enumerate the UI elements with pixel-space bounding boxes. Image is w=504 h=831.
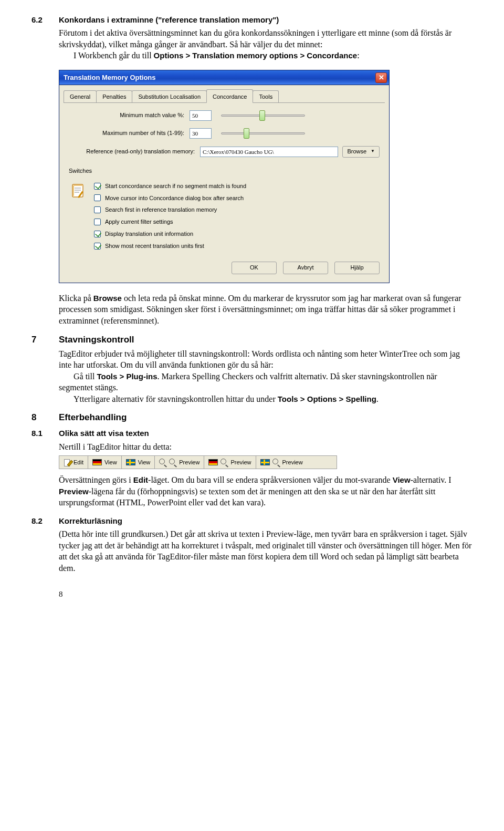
checkbox[interactable] bbox=[94, 219, 101, 225]
help-button[interactable]: Hjälp bbox=[334, 262, 380, 274]
te-tab-preview-both[interactable]: Preview bbox=[155, 456, 204, 469]
dialog-title: Translation Memory Options bbox=[64, 73, 156, 82]
switches-title: Switches bbox=[69, 167, 380, 175]
text: -alternativ. I bbox=[411, 475, 452, 484]
max-hits-label: Maximum number of hits (1-99): bbox=[69, 129, 184, 137]
switch-row: Apply current filter settings bbox=[94, 218, 246, 226]
te-tab-label: View bbox=[104, 459, 117, 466]
menu-path: Tools > Plug-ins bbox=[97, 372, 157, 381]
browse-label: Browse bbox=[347, 148, 366, 155]
paragraph: Gå till Tools > Plug-ins. Markera Spelli… bbox=[59, 371, 472, 393]
after-toolbar-text: Översättningen görs i Edit-läget. Om du … bbox=[59, 474, 472, 508]
menu-path: Options > Translation memory options > C… bbox=[154, 51, 358, 60]
browse-button[interactable]: Browse ▼ bbox=[342, 146, 380, 158]
heading-title: Olika sätt att visa texten bbox=[59, 428, 149, 439]
page-number: 8 bbox=[59, 589, 472, 599]
tageditor-bottom-toolbar: Edit View View Preview Preview Preview bbox=[59, 455, 337, 469]
te-tab-preview-source[interactable]: Preview bbox=[204, 456, 256, 469]
ui-term: Preview bbox=[59, 487, 89, 496]
tab-tools[interactable]: Tools bbox=[253, 90, 279, 102]
menu-path: Tools > Options > Spelling bbox=[278, 394, 376, 403]
after-dialog-text: Klicka på Browse och leta reda på önskat… bbox=[59, 293, 472, 327]
paragraph: I Workbench går du till Options > Transl… bbox=[59, 50, 472, 61]
max-hits-slider[interactable] bbox=[221, 132, 305, 134]
checkbox[interactable] bbox=[94, 194, 101, 201]
close-icon[interactable]: ✕ bbox=[375, 72, 387, 83]
paragraph: Översättningen görs i Edit-läget. Om du … bbox=[59, 474, 472, 508]
slider-thumb[interactable] bbox=[244, 128, 249, 139]
switches-list: Start concordance search if no segment m… bbox=[94, 181, 246, 250]
min-match-slider[interactable] bbox=[221, 115, 305, 117]
notepad-icon bbox=[69, 181, 88, 200]
chevron-down-icon: ▼ bbox=[371, 149, 375, 154]
switch-label: Display translation unit information bbox=[105, 230, 193, 238]
cancel-button[interactable]: Avbryt bbox=[283, 262, 328, 274]
heading-title: Stavningskontroll bbox=[59, 334, 134, 346]
text: -lägena får du (förhoppningsvis) se text… bbox=[59, 487, 435, 507]
paragraph: (Detta hör inte till grundkursen.) Det g… bbox=[59, 528, 472, 574]
paragraph: Ytterligare alternativ för stavningskont… bbox=[59, 393, 472, 405]
te-tab-edit[interactable]: Edit bbox=[59, 456, 88, 469]
edit-icon bbox=[64, 459, 71, 466]
te-tab-label: Preview bbox=[230, 459, 251, 466]
magnifier-icon bbox=[159, 459, 166, 466]
checkbox[interactable] bbox=[94, 231, 101, 237]
tab-penalties[interactable]: Penalties bbox=[96, 90, 132, 102]
heading-8: 8 Efterbehandling bbox=[32, 412, 472, 424]
tab-general[interactable]: General bbox=[64, 90, 97, 102]
heading-number: 7 bbox=[32, 334, 49, 346]
checkbox[interactable] bbox=[94, 183, 101, 190]
te-tab-preview-target[interactable]: Preview bbox=[256, 456, 307, 469]
reference-label: Reference (read-only) translation memory… bbox=[69, 148, 195, 155]
max-hits-row: Maximum number of hits (1-99): bbox=[69, 128, 380, 139]
switch-label: Apply current filter settings bbox=[105, 218, 173, 226]
tab-substitution-localisation[interactable]: Substitution Localisation bbox=[132, 90, 207, 102]
switch-label: Show most recent translation units first bbox=[105, 242, 204, 250]
text: -läget. Om du bara vill se endera språkv… bbox=[148, 475, 393, 484]
ok-button[interactable]: OK bbox=[232, 262, 277, 274]
translation-memory-options-dialog: Translation Memory Options ✕ ↖ General P… bbox=[59, 70, 390, 283]
slider-thumb[interactable] bbox=[259, 110, 265, 121]
dialog-titlebar: Translation Memory Options ✕ bbox=[59, 70, 389, 85]
heading-8-2: 8.2 Korrekturläsning bbox=[32, 516, 472, 526]
checkbox[interactable] bbox=[94, 206, 101, 213]
te-tab-view-source[interactable]: View bbox=[88, 456, 122, 469]
switch-row: Display translation unit information bbox=[94, 230, 246, 238]
te-tab-label: Preview bbox=[282, 459, 303, 466]
heading-number: 8.1 bbox=[32, 428, 49, 439]
heading-7: 7 Stavningskontroll bbox=[32, 334, 472, 346]
ui-term: Edit bbox=[133, 475, 148, 484]
heading-number: 8 bbox=[32, 412, 49, 424]
ui-term: View bbox=[393, 475, 411, 484]
te-tab-label: Preview bbox=[179, 459, 200, 466]
heading-6-2: 6.2 Konkordans i extraminne ("reference … bbox=[32, 15, 472, 25]
checkbox[interactable] bbox=[94, 243, 101, 250]
switch-row: Search first in reference translation me… bbox=[94, 206, 246, 214]
switches-box: Start concordance search if no segment m… bbox=[69, 179, 380, 250]
section-7-body: TagEditor erbjuder två möjligheter till … bbox=[59, 348, 472, 405]
reference-input[interactable] bbox=[200, 147, 338, 157]
min-match-label: Minimum match value %: bbox=[69, 111, 184, 119]
ui-term: Browse bbox=[93, 294, 122, 303]
switch-row: Move cursor into Concordance dialog box … bbox=[94, 194, 246, 202]
text: Översättningen görs i bbox=[59, 475, 133, 484]
text: . bbox=[376, 394, 379, 403]
flag-de-icon bbox=[92, 459, 102, 465]
text: Ytterligare alternativ för stavningskont… bbox=[74, 394, 278, 403]
paragraph: Förutom i det aktiva översättningsminnet… bbox=[59, 27, 472, 50]
tab-concordance[interactable]: Concordance bbox=[206, 89, 253, 103]
dialog-panel: Minimum match value %: Maximum number of… bbox=[59, 103, 389, 283]
min-match-input[interactable] bbox=[190, 110, 212, 121]
te-tab-label: View bbox=[138, 459, 151, 466]
flag-se-icon bbox=[126, 459, 135, 465]
flag-de-icon bbox=[208, 459, 218, 465]
switch-label: Search first in reference translation me… bbox=[105, 206, 217, 214]
section-8-1-body: Nertill i TagEditor hittar du detta: bbox=[59, 441, 472, 453]
flag-se-icon bbox=[260, 459, 270, 465]
max-hits-input[interactable] bbox=[190, 128, 212, 139]
te-tab-label: Edit bbox=[74, 459, 83, 466]
section-6-2-body: Förutom i det aktiva översättningsminnet… bbox=[59, 27, 472, 61]
te-tab-view-target[interactable]: View bbox=[122, 456, 155, 469]
heading-number: 6.2 bbox=[32, 15, 49, 25]
min-match-row: Minimum match value %: bbox=[69, 110, 380, 121]
